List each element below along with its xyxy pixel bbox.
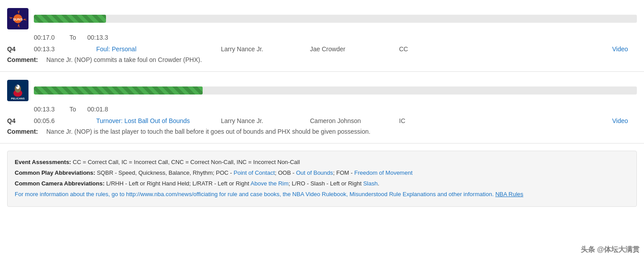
legend-info-line: For more information about the rules, go…	[15, 189, 629, 199]
legend-common-play: Common Play Abbreviations: SQBR - Speed,…	[15, 168, 629, 178]
comment-label-2: Comment:	[7, 128, 43, 135]
common-play-fom: Freedom of Movement	[354, 169, 412, 176]
common-play-text2: ; OOB -	[275, 169, 296, 176]
common-camera-text3: .	[378, 180, 379, 187]
common-camera-above: Above the Rim	[251, 180, 289, 187]
common-play-text: SQBR - Speed, Quickness, Balance, Rhythm…	[95, 169, 234, 176]
progress-bar-fill-2	[34, 86, 203, 95]
comment-text-1: Nance Jr. (NOP) commits a take foul on C…	[46, 56, 637, 63]
play-block-2: PELICANS 00:13.3 To 00:01.8 Q4 00:05.6 T…	[0, 72, 644, 144]
common-play-text3: ; FOM -	[333, 169, 355, 176]
main-container: SUNS 00:17.0 To 00:13.3 Q4 00:13.3 Foul:…	[0, 0, 644, 207]
quarter-1: Q4	[7, 45, 34, 53]
event-type-1: Foul: Personal	[96, 45, 221, 53]
progress-bar-container-2	[34, 86, 637, 95]
comment-row-2: Comment: Nance Jr. (NOP) is the last pla…	[0, 126, 644, 137]
common-camera-slash: Slash	[363, 180, 378, 187]
time-row-1: 00:17.0 To 00:13.3	[0, 32, 644, 43]
time-from-1: 00:17.0	[34, 34, 69, 41]
common-camera-text: L/RHH - Left or Right Hand Held; L/RATR …	[105, 180, 251, 187]
event-type-2: Turnover: Lost Ball Out of Bounds	[96, 117, 221, 124]
video-anchor-1[interactable]: Video	[612, 45, 628, 53]
progress-row-1: SUNS	[0, 4, 644, 32]
comment-row-1: Comment: Nance Jr. (NOP) commits a take …	[0, 54, 644, 65]
quarter-2: Q4	[7, 117, 34, 124]
time-label-2: To	[69, 106, 87, 113]
time-from-2: 00:13.3	[34, 106, 69, 113]
common-play-poc: Point of Contact	[234, 169, 275, 176]
progress-bar-fill-1	[34, 15, 106, 23]
player1-2: Larry Nance Jr.	[221, 117, 310, 124]
time-label-1: To	[69, 34, 87, 41]
legend-common-camera: Common Camera Abbreviations: L/RHH - Lef…	[15, 179, 629, 189]
player1-1: Larry Nance Jr.	[221, 45, 310, 53]
footer-legend: Event Assessments: CC = Correct Call, IC…	[7, 151, 637, 207]
svg-point-10	[16, 85, 20, 89]
comment-label-1: Comment:	[7, 56, 43, 63]
common-camera-text2: ; L/RO - Slash - Left or Right	[289, 180, 363, 187]
event-assessments-label: Event Assessments:	[15, 159, 71, 165]
event-assessments-text: CC = Correct Call, IC = Incorrect Call, …	[71, 159, 300, 165]
time-to-1: 00:13.3	[87, 34, 123, 41]
video-link-2[interactable]: Video	[435, 117, 637, 124]
event-time-1: 00:13.3	[34, 45, 74, 53]
call-1: CC	[399, 45, 435, 53]
comment-text-2: Nance Jr. (NOP) is the last player to to…	[46, 128, 637, 135]
data-row-1: Q4 00:13.3 Foul: Personal Larry Nance Jr…	[0, 43, 644, 54]
common-play-label: Common Play Abbreviations:	[15, 169, 95, 176]
svg-text:PELICANS: PELICANS	[11, 97, 24, 100]
common-play-oob: Out of Bounds	[296, 169, 333, 176]
play-block-1: SUNS 00:17.0 To 00:13.3 Q4 00:13.3 Foul:…	[0, 0, 644, 72]
event-time-2: 00:05.6	[34, 117, 74, 124]
time-row-2: 00:13.3 To 00:01.8	[0, 104, 644, 115]
svg-point-11	[16, 86, 18, 87]
progress-bar-container-1	[34, 15, 637, 23]
common-camera-label: Common Camera Abbreviations:	[15, 180, 105, 187]
data-row-2: Q4 00:05.6 Turnover: Lost Ball Out of Bo…	[0, 115, 644, 126]
pelicans-logo: PELICANS	[7, 80, 29, 101]
call-2: IC	[399, 117, 435, 124]
video-anchor-2[interactable]: Video	[612, 117, 628, 124]
video-link-1[interactable]: Video	[435, 45, 637, 53]
nba-rules-link[interactable]: NBA Rules	[495, 191, 523, 197]
player2-2: Cameron Johnson	[310, 117, 399, 124]
info-line-text: For more information about the rules, go…	[15, 191, 494, 197]
player2-1: Jae Crowder	[310, 45, 399, 53]
time-to-2: 00:01.8	[87, 106, 123, 113]
svg-text:SUNS: SUNS	[13, 17, 23, 21]
legend-event-assessments: Event Assessments: CC = Correct Call, IC…	[15, 157, 629, 167]
suns-logo: SUNS	[7, 8, 29, 29]
progress-row-2: PELICANS	[0, 76, 644, 104]
